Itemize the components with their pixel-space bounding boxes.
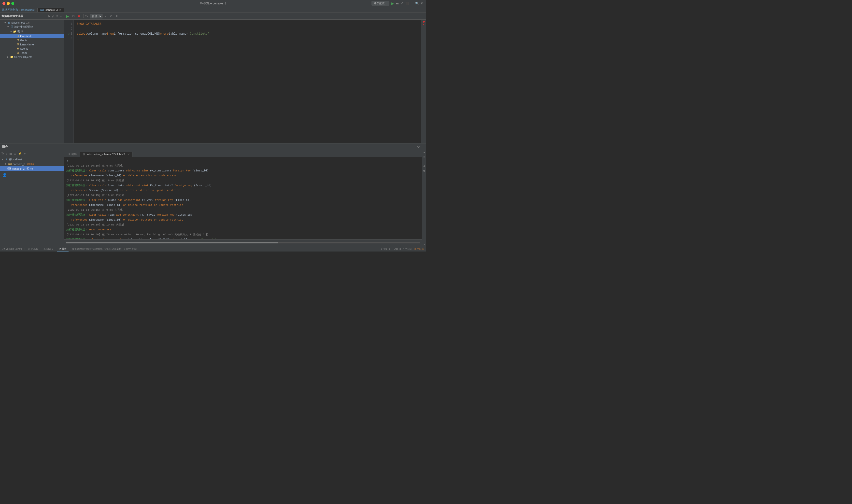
run-timer-button[interactable]: ⏱ bbox=[71, 14, 76, 18]
stop-button[interactable]: ⏹ bbox=[77, 14, 82, 18]
breadcrumb-localhost[interactable]: @localhost bbox=[21, 8, 35, 11]
session-console-icon: ⌨ bbox=[8, 162, 12, 165]
sidebar-item-constitute[interactable]: ⊞ Constitute bbox=[0, 34, 64, 38]
log-entry-8b: references LinesName (Lines_id) on delet… bbox=[66, 218, 420, 222]
top-area: 数据库资源管理器 ⊕ ⇄ ≡ − ▼ 🖥 @localhost 1/5 ▼ 🗄 bbox=[0, 13, 426, 143]
add-session-button[interactable]: + bbox=[27, 151, 32, 156]
log-entry-11: [2022-03-11 14:10:50] 在 76 ms (execution… bbox=[66, 232, 420, 237]
version-control-button[interactable]: ⎇ Version Control bbox=[2, 248, 22, 250]
rerun-icon[interactable]: ↺ bbox=[401, 2, 403, 5]
services-tab[interactable]: ⚙ 服务 bbox=[57, 247, 69, 252]
tab-close-icon[interactable]: ✕ bbox=[59, 8, 61, 11]
sidebar-item-tables[interactable]: ▼ 📁 表 5 bbox=[0, 29, 64, 34]
scenic-label: Scenic bbox=[20, 47, 28, 50]
sidebar-item-gudie[interactable]: ⊞ Gudie bbox=[0, 38, 64, 42]
scroll-up-button[interactable]: ▲ bbox=[423, 151, 426, 154]
line-num-1: 1 bbox=[65, 22, 72, 26]
commit-button[interactable]: ✓ bbox=[103, 14, 108, 18]
sidebar: 数据库资源管理器 ⊕ ⇄ ≡ − ▼ 🖥 @localhost 1/5 ▼ 🗄 bbox=[0, 13, 64, 143]
line-ending: LF bbox=[389, 248, 392, 250]
run-query-button[interactable]: ▶ bbox=[65, 14, 70, 19]
run-icon[interactable]: ▶ bbox=[391, 1, 394, 5]
scroll-down-button[interactable]: ▼ bbox=[423, 243, 426, 246]
session-group-icon[interactable]: ⊟ bbox=[13, 151, 17, 156]
tx-mode-dropdown[interactable]: 自动 bbox=[90, 14, 103, 18]
settings-icon[interactable]: ⚙ bbox=[421, 2, 424, 5]
sidebar-item-travel-db[interactable]: ▼ 🗄 旅行社管理系统 bbox=[0, 24, 64, 29]
kw-where: where bbox=[160, 32, 168, 36]
session-console3-parent[interactable]: ▼ ⌨ console_3 60 ms bbox=[0, 162, 64, 166]
tab-columns[interactable]: ⊞ information_schema.COLUMNS ✕ bbox=[80, 152, 132, 157]
rollback-button[interactable]: ↶ bbox=[109, 14, 113, 18]
print-icon[interactable]: 🖨 bbox=[423, 165, 426, 167]
pause-button[interactable]: ⏸ bbox=[114, 14, 119, 18]
server-obj-folder-icon: 📁 bbox=[10, 55, 14, 58]
session-console3-child[interactable]: ⌨ console_3 60 ms bbox=[0, 166, 64, 171]
tab-close-icon[interactable]: ✕ bbox=[127, 153, 130, 156]
stop-icon[interactable]: ⬛ bbox=[405, 2, 409, 5]
problems-tab[interactable]: ⚠ 问题 0 bbox=[41, 247, 55, 251]
horizontal-scrollbar[interactable] bbox=[66, 242, 420, 244]
log-entry-6b: references LinesName (Lines_id) on delet… bbox=[66, 203, 420, 207]
breadcrumb-db-control[interactable]: 数据库控制台 bbox=[2, 8, 18, 12]
sidebar-item-linesname[interactable]: ⊞ LinesName bbox=[0, 42, 64, 47]
sessions-toolbar: Tx ≡ ⊞ ⊟ ⚡ + + bbox=[0, 150, 64, 157]
log-entry-12: 旅行社管理系统› select column_name from informa… bbox=[66, 237, 420, 239]
log-entry-6: 旅行社管理系统› alter table Gudie add constrain… bbox=[66, 198, 420, 202]
close-button[interactable] bbox=[2, 2, 5, 5]
log-entry-0: ) bbox=[66, 159, 420, 163]
add-member-area: 👤 bbox=[0, 171, 64, 179]
sidebar-tree: ▼ 🖥 @localhost 1/5 ▼ 🗄 旅行社管理系统 ▼ 📁 表 5 bbox=[0, 20, 64, 143]
tab-output[interactable]: ≡ 输出 bbox=[66, 151, 79, 157]
toolbar-separator bbox=[83, 14, 84, 18]
sidebar-item-scenic[interactable]: ⊞ Scenic bbox=[0, 47, 64, 51]
events-log-label[interactable]: 事件日志 bbox=[414, 247, 424, 251]
search-icon[interactable]: 🔍 bbox=[415, 2, 419, 5]
window-title: MySQL – console_3 bbox=[200, 2, 226, 5]
bottom-panel-header: 服务 ⚙ − bbox=[0, 143, 426, 150]
sidebar-menu-icon[interactable]: ≡ bbox=[56, 14, 58, 18]
title-bar: MySQL – console_3 添加配置... ▶ ⏭ ↺ ⬛ 🔍 ⚙ bbox=[0, 0, 426, 7]
session-action-icon[interactable]: ⚡ bbox=[18, 151, 22, 156]
todo-tab[interactable]: ☑ TODO bbox=[26, 247, 40, 251]
session-localhost[interactable]: ▼ 🖥 @localhost bbox=[0, 157, 64, 162]
linesname-label: LinesName bbox=[20, 43, 34, 46]
session-console3-arrow: ▼ bbox=[4, 163, 7, 165]
title-bar-right: 添加配置... ▶ ⏭ ↺ ⬛ 🔍 ⚙ bbox=[371, 1, 424, 6]
bottom-settings-icon[interactable]: ⚙ bbox=[417, 145, 420, 149]
encoding: UTF-8 bbox=[394, 248, 401, 250]
session-add-icon[interactable]: + bbox=[23, 151, 26, 156]
add-member-button[interactable]: 👤 bbox=[2, 173, 7, 177]
sort-icon[interactable]: ↕ bbox=[424, 160, 425, 163]
sidebar-new-icon[interactable]: ⊕ bbox=[47, 14, 50, 18]
tab-console3[interactable]: ⌨ console_3 ✕ bbox=[37, 7, 64, 12]
session-list-icon[interactable]: ≡ bbox=[5, 151, 8, 156]
sidebar-item-server-objects[interactable]: ▶ 📁 Server Objects bbox=[0, 55, 64, 59]
filter-icon[interactable]: ≡ bbox=[424, 156, 425, 158]
sidebar-sync-icon[interactable]: ⇄ bbox=[51, 14, 55, 18]
maximize-button[interactable] bbox=[11, 2, 14, 5]
editor-area: ▶ ⏱ ⏹ Tx: 自动 ✓ ↶ ⏸ ☰ 1 2 ✔ bbox=[64, 13, 426, 143]
bottom-minimize-icon[interactable]: − bbox=[421, 145, 424, 149]
sidebar-close-icon[interactable]: − bbox=[59, 14, 62, 18]
status-info: @localhost: 旅行社管理系统 已同步 (256毫秒) (5 分钟 之前… bbox=[72, 247, 137, 251]
editor-content: 1 2 ✔ 3 4 SHOW DATABASES bbox=[64, 20, 426, 143]
session-console-child-icon: ⌨ bbox=[7, 167, 11, 170]
minimize-button[interactable] bbox=[7, 2, 10, 5]
collapse-tables-icon: ▼ bbox=[10, 30, 12, 33]
localhost-label: @localhost bbox=[11, 21, 25, 24]
sidebar-item-localhost[interactable]: ▼ 🖥 @localhost 1/5 bbox=[0, 21, 64, 24]
constitute-label: Constitute bbox=[20, 35, 32, 38]
scrollbar-thumb bbox=[66, 242, 278, 244]
session-tree-icon[interactable]: ⊞ bbox=[9, 151, 12, 156]
line-numbers: 1 2 ✔ 3 4 bbox=[64, 20, 74, 143]
add-config-button[interactable]: 添加配置... bbox=[371, 1, 389, 6]
session-console3-child-label: console_3 bbox=[12, 167, 24, 170]
delete-icon[interactable]: 🗑 bbox=[423, 169, 426, 172]
table-scenic-icon: ⊞ bbox=[16, 47, 19, 50]
code-editor[interactable]: SHOW DATABASES select column_name from i… bbox=[74, 20, 421, 143]
line-num-3: ✔ 3 bbox=[65, 32, 72, 36]
format-button[interactable]: ☰ bbox=[122, 14, 127, 18]
sidebar-item-team[interactable]: ⊞ Team bbox=[0, 51, 64, 55]
step-over-icon[interactable]: ⏭ bbox=[396, 2, 399, 5]
